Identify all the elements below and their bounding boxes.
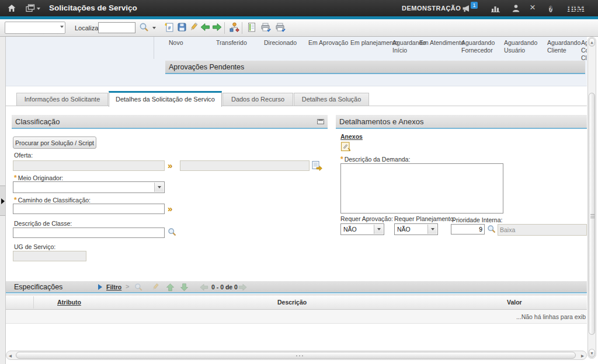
meio-originador-select[interactable] [13, 181, 165, 193]
status-state: Transferido [216, 39, 257, 47]
status-state: Em planejamento [350, 39, 398, 47]
tab-detalhes-solucao[interactable]: Detalhes da Solução [294, 93, 369, 106]
prioridade-interna-label: Prioridade Interna: [452, 216, 502, 223]
printer-attachments-icon [275, 22, 286, 33]
caminho-classificacao-input[interactable] [13, 204, 165, 214]
descricao-classe-label: Descrição de Classe: [14, 220, 72, 227]
help-button[interactable]: ? [549, 4, 552, 13]
new-record-icon: # [164, 22, 175, 33]
scroll-up-icon[interactable]: ▴ [589, 38, 595, 47]
localizar-input[interactable] [98, 22, 135, 33]
tab-informacoes-solicitante[interactable]: Informações do Solicitante [16, 93, 108, 106]
action-toolbar: Localizar: # [0, 19, 598, 37]
help-icon: ? [549, 6, 552, 12]
required-marker: * [14, 174, 17, 182]
scroll-left-icon[interactable]: ◂ [9, 352, 12, 359]
svg-text:#: # [168, 25, 171, 31]
status-state: Em Atendimento [419, 39, 465, 47]
top-bar: Solicitações de Serviço DEMONSTRAÇÃO 1 × [0, 0, 598, 16]
horizontal-scrollbar[interactable]: ◂ ▸ [6, 351, 587, 360]
pending-approvals-title: Aprovações Pendentes [169, 61, 585, 74]
person-icon [512, 4, 520, 12]
filtro-link[interactable]: Filtro [106, 284, 121, 290]
requer-aprovacao-label: Requer Aprovação: [340, 215, 393, 222]
vertical-scrollbar-thumb[interactable] [589, 93, 595, 335]
column-header-valor: Valor [507, 299, 522, 306]
action-select[interactable] [5, 22, 65, 34]
status-state: Novo [169, 39, 204, 47]
especificacoes-empty-row: ...Não há linhas para exib [6, 310, 587, 324]
descricao-classe-lookup-button[interactable] [168, 228, 177, 239]
paperclip-icon [340, 141, 352, 152]
application-window: Solicitações de Serviço DEMONSTRAÇÃO 1 × [0, 0, 598, 364]
procurar-solucao-script-button[interactable]: Procurar por Solução / Script [13, 136, 96, 149]
detalhamentos-title: Detalhamentos e Anexos [339, 115, 587, 128]
pagination-counter: 0 - 0 de 0 [211, 284, 238, 290]
applications-icon [26, 4, 35, 12]
move-down-icon [180, 283, 189, 294]
workflow-button[interactable] [228, 22, 240, 34]
previous-record-button[interactable] [199, 22, 211, 34]
pending-approvals-bar: Aprovações Pendentes [165, 61, 585, 74]
tab-dados-recurso[interactable]: Dados do Recurso [222, 93, 293, 106]
search-button[interactable] [138, 22, 150, 34]
status-state: Direcionado [264, 39, 305, 47]
empty-table-message: ...Não há linhas para exib [516, 313, 586, 320]
oferta-input [13, 160, 165, 171]
expand-arrow-icon [1, 198, 5, 204]
filtro-chevron-icon: > [126, 283, 129, 290]
clear-changes-button[interactable] [187, 22, 199, 34]
prioridade-interna-input[interactable] [451, 224, 485, 235]
go-to-applications-button[interactable] [26, 4, 35, 14]
oferta-detail-menu-button[interactable] [311, 160, 322, 173]
status-state: Aguardando Cliente [547, 39, 583, 54]
descricao-demanda-textarea[interactable] [340, 163, 503, 214]
megaphone-icon [462, 5, 471, 12]
search-options-caret-icon[interactable] [152, 27, 156, 29]
home-icon [8, 4, 16, 12]
oferta-label: Oferta: [14, 152, 33, 159]
run-reports-button[interactable] [246, 22, 258, 34]
required-marker: * [340, 155, 343, 163]
next-arrow-icon [212, 22, 222, 32]
scroll-right-icon[interactable]: ▸ [581, 352, 584, 359]
save-icon [177, 22, 187, 32]
home-button[interactable] [8, 4, 16, 14]
column-header-atributo[interactable]: Atributo [57, 299, 81, 306]
vertical-scrollbar[interactable]: ▴ ▾ [587, 37, 596, 359]
expand-table-icon[interactable] [98, 284, 102, 290]
prioridade-descricao-input [498, 224, 587, 236]
print-with-attachments-button[interactable] [274, 22, 286, 34]
especificacoes-title: Especificações [14, 281, 62, 293]
descricao-classe-input[interactable] [13, 228, 165, 238]
oferta-detail-chevron-icon[interactable]: » [168, 161, 172, 170]
reports-kpi-button[interactable] [491, 5, 501, 14]
caminho-detail-chevron-icon[interactable]: » [168, 204, 172, 214]
print-button[interactable] [260, 22, 272, 34]
tab-detalhes-solicitacao[interactable]: Detalhes da Solicitação de Servico [109, 91, 222, 107]
profile-button[interactable] [512, 4, 520, 14]
requer-aprovacao-select[interactable]: NÃO [340, 223, 384, 235]
announcements-button[interactable] [462, 5, 471, 14]
new-record-button[interactable]: # [164, 22, 175, 34]
prioridade-lookup-button[interactable] [487, 225, 496, 236]
detail-menu-icon [311, 160, 322, 171]
move-up-icon [166, 283, 175, 294]
next-record-button[interactable] [211, 22, 222, 34]
minimize-section-icon[interactable] [317, 119, 324, 124]
status-state: Aguardando Fornecedor [461, 39, 498, 54]
scroll-down-icon[interactable]: ▾ [589, 349, 595, 358]
horizontal-scrollbar-thumb[interactable] [16, 352, 576, 359]
expand-panel-handle[interactable] [0, 186, 5, 216]
side-panel-strip [0, 37, 6, 364]
requer-planejamento-select[interactable]: NÃO [394, 223, 438, 235]
logout-button[interactable]: × [530, 2, 536, 13]
anexos-link[interactable]: Anexos [340, 133, 363, 140]
table-search-icon [134, 283, 143, 294]
attachments-button[interactable] [340, 141, 352, 154]
pencil-eraser-icon [188, 22, 199, 33]
next-page-icon [238, 283, 247, 294]
bar-chart-icon [491, 5, 501, 12]
save-button[interactable] [176, 22, 187, 34]
ibm-logo: IBM [566, 4, 589, 15]
